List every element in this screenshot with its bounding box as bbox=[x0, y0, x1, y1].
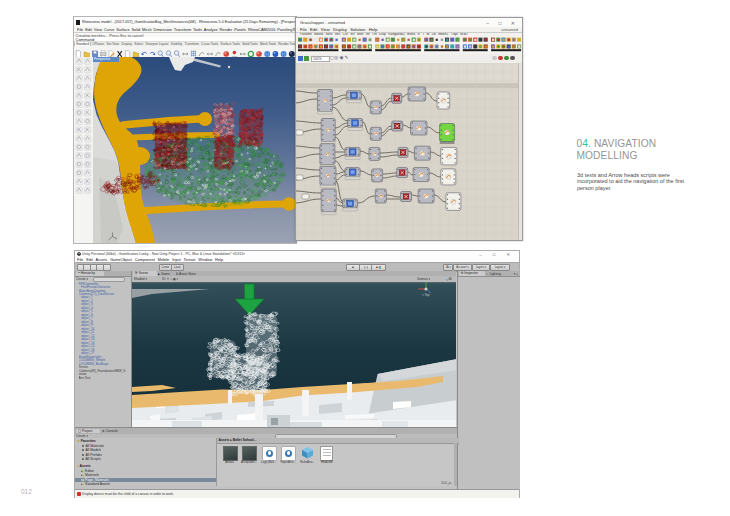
svg-text:< Top: < Top bbox=[422, 293, 430, 297]
